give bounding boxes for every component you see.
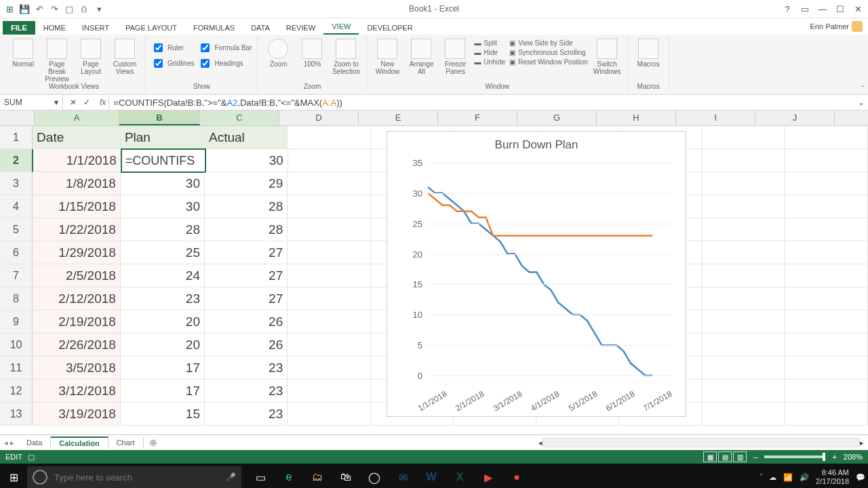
preview-icon[interactable]: ⎙ — [77, 2, 91, 16]
expand-formula-bar-icon[interactable]: ⌄ — [854, 98, 868, 107]
cell[interactable] — [288, 333, 370, 357]
cancel-formula-icon[interactable]: ✕ — [70, 98, 77, 107]
col-header-F[interactable]: F — [438, 110, 517, 125]
tab-review[interactable]: REVIEW — [278, 21, 323, 35]
user-account[interactable]: Erin Palmer — [805, 18, 868, 35]
cell[interactable]: 2/26/2018 — [33, 333, 121, 357]
cell[interactable] — [288, 172, 370, 195]
cell[interactable] — [288, 218, 370, 241]
cell[interactable] — [703, 310, 785, 333]
outlook-icon[interactable]: ✉ — [389, 464, 416, 488]
cell[interactable]: 25 — [121, 241, 205, 264]
accept-formula-icon[interactable]: ✓ — [83, 98, 90, 107]
row-header[interactable]: 9 — [0, 310, 33, 333]
cell[interactable] — [785, 172, 868, 195]
cell[interactable]: 30 — [121, 172, 205, 195]
ruler-checkbox[interactable]: Ruler — [151, 41, 194, 54]
cell[interactable] — [703, 403, 785, 426]
cell[interactable] — [785, 403, 868, 426]
cell[interactable]: Plan — [121, 126, 205, 149]
close-icon[interactable]: ✕ — [850, 4, 865, 14]
zoom-slider[interactable] — [764, 455, 825, 458]
cell[interactable]: 26 — [205, 333, 288, 357]
store-icon[interactable]: 🛍 — [332, 464, 359, 488]
cell[interactable] — [785, 195, 868, 218]
new-icon[interactable]: ▢ — [62, 2, 76, 16]
tab-page-layout[interactable]: PAGE LAYOUT — [117, 21, 185, 35]
recording-icon[interactable]: ● — [503, 464, 530, 488]
switch-windows-button[interactable]: Switch Windows — [592, 39, 622, 75]
tab-developer[interactable]: DEVELOPER — [359, 21, 420, 35]
cell[interactable] — [703, 287, 785, 310]
row-header[interactable]: 13 — [0, 403, 33, 426]
zoom-out-icon[interactable]: – — [753, 453, 757, 461]
sheet-tab-data[interactable]: Data — [18, 437, 51, 448]
cell[interactable] — [288, 310, 370, 333]
row-header[interactable]: 12 — [0, 380, 33, 403]
name-box[interactable]: SUM▾ — [0, 95, 63, 110]
sheet-tab-chart[interactable]: Chart — [108, 437, 144, 448]
help-icon[interactable]: ? — [780, 4, 795, 14]
tab-file[interactable]: FILE — [3, 21, 35, 35]
cell[interactable] — [785, 264, 868, 287]
horizontal-scrollbar[interactable]: ◂▸ — [538, 438, 868, 447]
cell[interactable]: 29 — [205, 172, 288, 195]
cell[interactable]: 3/12/2018 — [33, 380, 121, 403]
tab-view[interactable]: VIEW — [323, 20, 359, 35]
cell[interactable] — [288, 149, 371, 172]
cell[interactable]: 30 — [121, 195, 205, 218]
cell[interactable] — [785, 218, 868, 241]
col-header-E[interactable]: E — [359, 110, 438, 125]
row-header[interactable]: 4 — [0, 195, 33, 218]
view-shortcuts[interactable]: ▦▤▥ — [703, 451, 747, 462]
cell[interactable] — [288, 195, 370, 218]
sheet-nav[interactable]: ◂ ▸ — [0, 439, 18, 447]
cell[interactable]: Date — [33, 126, 121, 149]
cell[interactable] — [785, 310, 868, 333]
chrome-icon[interactable]: ◯ — [361, 464, 388, 488]
cell[interactable]: 2/12/2018 — [33, 287, 121, 310]
page-break-button[interactable]: Page Break Preview — [42, 39, 72, 83]
cell[interactable]: 26 — [205, 310, 288, 333]
save-icon[interactable]: 💾 — [18, 2, 31, 16]
search-input[interactable] — [53, 472, 220, 483]
row-header[interactable]: 2 — [0, 149, 33, 172]
cell[interactable]: 1/1/2018 — [33, 149, 121, 172]
taskbar-search[interactable]: 🎤 — [27, 466, 241, 488]
cell[interactable] — [785, 149, 868, 172]
select-all-triangle[interactable] — [0, 110, 35, 125]
cell[interactable] — [703, 149, 785, 172]
minimize-icon[interactable]: — — [815, 4, 830, 14]
cell[interactable]: 15 — [121, 403, 205, 426]
cell[interactable]: 3/5/2018 — [33, 357, 121, 380]
zoom-level[interactable]: 208% — [844, 453, 863, 461]
custom-views-button[interactable]: Custom Views — [110, 39, 140, 75]
col-header-I[interactable]: I — [676, 110, 755, 125]
page-layout-button[interactable]: Page Layout — [76, 39, 106, 75]
cell[interactable] — [785, 357, 868, 380]
burndown-chart[interactable]: Burn Down Plan 051015202530351/1/20182/1… — [387, 131, 686, 417]
split-button[interactable]: ▬ Split — [474, 39, 505, 47]
tab-home[interactable]: HOME — [35, 21, 74, 35]
reset-position-button[interactable]: ▣ Reset Window Position — [509, 58, 588, 66]
cell[interactable] — [288, 357, 370, 380]
taskbar-clock[interactable]: 8:46 AM2/17/2018 — [816, 468, 849, 486]
row-header[interactable]: 5 — [0, 218, 33, 241]
row-header[interactable]: 1 — [0, 126, 33, 149]
word-icon[interactable]: W — [418, 464, 445, 488]
cell[interactable] — [288, 264, 370, 287]
undo-icon[interactable]: ↶ — [33, 2, 46, 16]
normal-view-button[interactable]: Normal — [8, 39, 38, 68]
hide-button[interactable]: ▬ Hide — [474, 48, 505, 57]
cell[interactable] — [785, 287, 868, 310]
cell[interactable]: 1/8/2018 — [33, 172, 121, 195]
gridlines-checkbox[interactable]: Gridlines — [151, 57, 194, 70]
macros-button[interactable]: Macros — [633, 39, 663, 68]
cell[interactable] — [703, 241, 785, 264]
row-header[interactable]: 3 — [0, 172, 33, 195]
cell[interactable]: 17 — [121, 380, 205, 403]
cell[interactable]: 28 — [205, 195, 288, 218]
notifications-icon[interactable]: 💬 — [856, 473, 865, 482]
edge-icon[interactable]: e — [275, 464, 302, 488]
fx-icon[interactable]: fx — [97, 95, 109, 110]
